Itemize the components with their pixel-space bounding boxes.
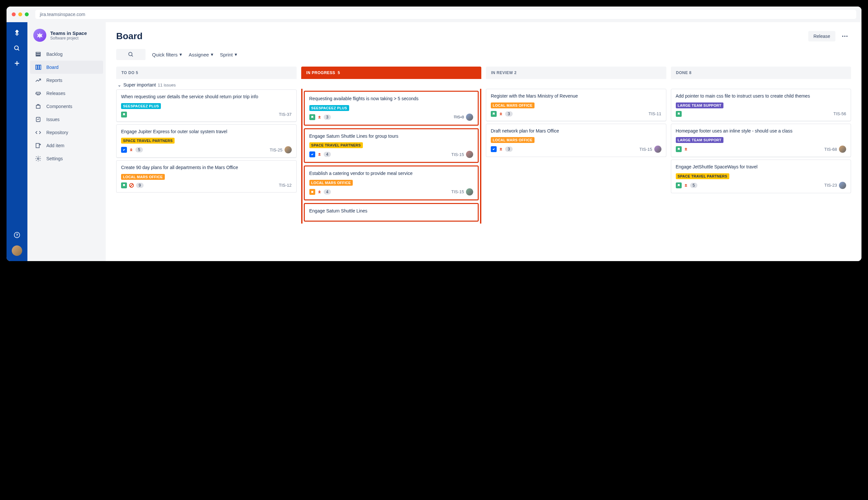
reports-icon (35, 77, 42, 84)
issue-card[interactable]: Register with the Mars Ministry of Reven… (486, 89, 666, 121)
issue-card[interactable]: When requesting user details the service… (116, 89, 297, 122)
profile-avatar[interactable] (12, 246, 22, 256)
sidebar-item-backlog[interactable]: Backlog (30, 48, 103, 61)
maximize-window-icon[interactable] (25, 12, 29, 16)
nav-label: Board (46, 65, 58, 70)
issue-card[interactable]: Establish a catering vendor to provide m… (304, 166, 479, 201)
sprint-dropdown[interactable]: Sprint ▾ (220, 52, 237, 57)
sidebar-item-releases[interactable]: Releases (30, 87, 103, 100)
issue-key: TIS-11 (648, 111, 661, 116)
priority-highest-icon (317, 152, 322, 157)
column-todo: TO DO 5 ⌄ Super important 11 issues When… (116, 67, 297, 253)
subtask-icon (309, 189, 315, 195)
column-count: 8 (689, 70, 692, 75)
column-done: DONE 8 Add pointer to main css file to i… (671, 67, 852, 253)
help-icon[interactable]: ? (12, 230, 22, 240)
backlog-icon (35, 50, 42, 58)
epic-label: LOCAL MARS OFFICE (491, 102, 535, 109)
jira-logo-icon[interactable] (12, 29, 22, 38)
assignee-dropdown[interactable]: Assignee ▾ (189, 52, 214, 57)
column-header-inprogress: IN PROGRESS 5 (301, 67, 482, 79)
story-points-badge: 5 (690, 183, 698, 188)
nav-label: Settings (46, 156, 63, 161)
close-window-icon[interactable] (12, 12, 16, 16)
nav-label: Reports (46, 78, 62, 83)
issue-key: TIS-56 (833, 111, 846, 116)
board-search-input[interactable] (116, 49, 146, 60)
epic-label: LARGE TEAM SUPPORT (676, 137, 723, 143)
epic-label: LARGE TEAM SUPPORT (676, 102, 723, 109)
issue-card[interactable]: Engage Saturn Shuttle Lines (304, 203, 479, 222)
story-points-badge: 9 (136, 183, 144, 188)
card-title: Create 90 day plans for all departments … (121, 164, 292, 171)
story-points-badge: 4 (324, 152, 331, 157)
create-icon[interactable] (12, 59, 22, 68)
search-icon[interactable] (12, 44, 22, 53)
repository-icon (35, 129, 42, 136)
swimlane-header[interactable]: ⌄ Super important 11 issues (116, 79, 297, 89)
issue-key: TIS-37 (279, 112, 292, 117)
story-icon (676, 111, 682, 117)
column-label: IN PROGRESS (306, 70, 335, 75)
svg-rect-10 (37, 65, 39, 69)
svg-rect-6 (36, 52, 40, 53)
sidebar-item-reports[interactable]: Reports (30, 74, 103, 87)
chevron-down-icon: ▾ (235, 52, 237, 57)
issue-card[interactable]: Requesting available flights is now taki… (304, 91, 479, 126)
more-menu-icon[interactable] (838, 30, 851, 43)
add-item-icon (35, 142, 42, 149)
filter-label: Sprint (220, 52, 233, 57)
svg-rect-12 (36, 105, 40, 109)
issue-card[interactable]: Engage Jupiter Express for outer solar s… (116, 124, 297, 158)
issues-icon (35, 116, 42, 123)
column-inreview: IN REVIEW 2 Register with the Mars Minis… (486, 67, 666, 253)
page-title: Board (116, 31, 142, 42)
story-points-badge: 5 (135, 147, 143, 152)
sidebar-item-settings[interactable]: Settings (30, 152, 103, 165)
project-type: Software project (50, 36, 87, 41)
sidebar-item-add[interactable]: Add item (30, 139, 103, 152)
story-points-badge: 3 (324, 115, 331, 120)
priority-highest-icon (317, 115, 322, 120)
sidebar-item-issues[interactable]: Issues (30, 113, 103, 126)
card-title: Engage Saturn Shuttle Lines for group to… (309, 133, 473, 140)
board-icon (35, 64, 42, 71)
quick-filters-dropdown[interactable]: Quick filters ▾ (152, 52, 182, 57)
issue-card[interactable]: Homepage footer uses an inline style - s… (671, 124, 852, 157)
sidebar-item-components[interactable]: Components (30, 100, 103, 113)
release-button[interactable]: Release (808, 31, 835, 42)
project-avatar-icon (33, 29, 46, 42)
column-label: DONE (676, 70, 688, 75)
task-icon (309, 151, 315, 157)
sidebar-item-repository[interactable]: Repository (30, 126, 103, 139)
issue-key: TIS-15 (451, 152, 464, 157)
nav-label: Repository (46, 130, 68, 135)
story-icon (121, 112, 127, 117)
filter-label: Quick filters (152, 52, 178, 57)
issue-card[interactable]: Draft network plan for Mars OfficeLOCAL … (486, 124, 666, 157)
minimize-window-icon[interactable] (18, 12, 22, 16)
sidebar-item-board[interactable]: Board (30, 61, 103, 74)
issue-key: TIS-8 (454, 115, 464, 120)
svg-rect-25 (311, 191, 313, 193)
svg-text:?: ? (16, 233, 18, 237)
issue-card[interactable]: Engage Saturn Shuttle Lines for group to… (304, 128, 479, 163)
issue-card[interactable]: Create 90 day plans for all departments … (116, 160, 297, 193)
global-nav-rail: ? (7, 22, 27, 261)
column-header-done: DONE 8 (671, 67, 852, 79)
story-points-badge: 3 (505, 147, 513, 152)
epic-label: SEESPACEEZ PLUS (309, 105, 349, 111)
issue-card[interactable]: Add pointer to main css file to instruct… (671, 89, 852, 121)
story-icon (676, 182, 682, 188)
issue-card[interactable]: Engage JetShuttle SpaceWays for travelSP… (671, 160, 852, 193)
nav-label: Add item (46, 143, 64, 148)
priority-highest-icon (684, 183, 688, 188)
column-label: TO DO (122, 70, 135, 75)
story-icon (491, 111, 496, 117)
card-title: Register with the Mars Ministry of Reven… (491, 93, 661, 100)
svg-point-18 (842, 36, 844, 37)
story-icon (676, 146, 682, 152)
address-bar[interactable]: jira.teamsinspace.com (35, 10, 856, 19)
browser-window: jira.teamsinspace.com ? (7, 7, 861, 261)
nav-label: Releases (46, 91, 65, 96)
